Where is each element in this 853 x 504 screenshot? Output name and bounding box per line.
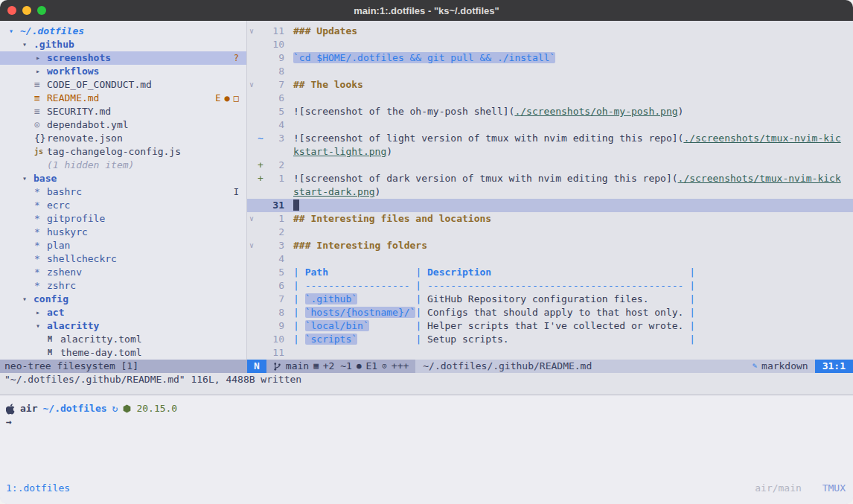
tree-item-workflows[interactable]: ▸workflows	[0, 65, 246, 78]
tree-item-huskyrc[interactable]: *huskyrc	[0, 226, 246, 239]
editor-line-13[interactable]: 31	[247, 199, 853, 212]
apple-icon	[6, 403, 15, 415]
node-hexagon-icon	[123, 404, 131, 413]
fold-column	[247, 293, 256, 306]
fold-arrow-icon[interactable]: ∨	[247, 212, 256, 226]
editor-line-9[interactable]: kstart-light.png)	[247, 145, 853, 159]
tmux-window-label[interactable]: 1:.dotfiles	[6, 482, 70, 495]
close-button[interactable]	[7, 6, 16, 15]
editor-line-23[interactable]: 10| `scripts` | Setup scripts. |	[247, 333, 853, 346]
line-text	[284, 118, 293, 132]
fold-arrow-icon[interactable]: ∨	[247, 25, 256, 38]
tree-item-label: gitprofile	[47, 212, 105, 226]
editor-line-24[interactable]: 11	[247, 346, 853, 360]
tree-item-base[interactable]: ▾base	[0, 172, 246, 185]
fold-arrow-icon[interactable]: ∨	[247, 78, 256, 92]
editor-line-14[interactable]: ∨ 1## Interesting files and locations	[247, 212, 853, 226]
lsp-icon: ⊙	[382, 360, 387, 373]
shell-pane[interactable]: air ~/.dotfiles ↻ 20.15.0 → 1:.dotfiles …	[0, 395, 853, 504]
tree-item-label: config	[33, 293, 68, 306]
syntax-segment: |	[689, 320, 695, 331]
tree-item-screenshots[interactable]: ▸screenshots?	[0, 51, 246, 65]
editor-line-5[interactable]: 6	[247, 92, 853, 105]
tree-item-security-md[interactable]: ≡SECURITY.md	[0, 105, 246, 118]
shell-input-line[interactable]: →	[0, 415, 853, 429]
sign-column	[256, 239, 265, 252]
tree-item-bashrc[interactable]: *bashrcI	[0, 185, 246, 199]
tree-item-tag-changelog-config-js[interactable]: jstag-changelog-config.js	[0, 145, 246, 159]
tree-item-gitprofile[interactable]: *gitprofile	[0, 212, 246, 226]
editor-line-15[interactable]: 2	[247, 226, 853, 239]
editor-line-8[interactable]: ~3![screenshot of light version of tmux …	[247, 132, 853, 145]
syntax-segment: ## The looks	[293, 79, 363, 90]
tree-item-plan[interactable]: *plan	[0, 239, 246, 252]
chevron-right-icon[interactable]: ▸	[34, 51, 47, 65]
minimize-button[interactable]	[22, 6, 31, 15]
fold-column	[247, 333, 256, 346]
tree-item-dependabot-yml[interactable]: ⊙dependabot.yml	[0, 118, 246, 132]
line-text	[284, 252, 293, 266]
chevron-down-icon[interactable]: ▾	[21, 38, 33, 51]
editor-line-22[interactable]: 9| `local/bin` | Helper scripts that I'v…	[247, 319, 853, 333]
editor-line-18[interactable]: 5| Path | Description |	[247, 266, 853, 279]
tree-item-label: shellcheckrc	[47, 252, 117, 266]
chevron-down-icon[interactable]: ▾	[7, 25, 20, 38]
chevron-down-icon[interactable]: ▾	[34, 319, 47, 333]
tree-item-renovate-json[interactable]: {}renovate.json	[0, 132, 246, 145]
shell-prompt: air ~/.dotfiles ↻ 20.15.0	[0, 402, 853, 415]
tmux-right-status: air/main TMUX	[755, 482, 846, 495]
chevron-right-icon[interactable]: ▸	[34, 65, 47, 78]
neotree-panel[interactable]: ▾~/.dotfiles▾.github▸screenshots?▸workfl…	[0, 21, 247, 360]
chevron-down-icon[interactable]: ▾	[21, 293, 33, 306]
editor-line-3[interactable]: 8	[247, 65, 853, 78]
chevron-down-icon[interactable]: ▾	[21, 172, 33, 185]
tree-item-zshenv[interactable]: *zshenv	[0, 266, 246, 279]
tree-item-code-of-conduct-md[interactable]: ≡CODE_OF_CONDUCT.md	[0, 78, 246, 92]
tree-item-github[interactable]: ▾.github	[0, 38, 246, 51]
editor-line-1[interactable]: 10	[247, 38, 853, 51]
tree-item-dotfiles[interactable]: ▾~/.dotfiles	[0, 25, 246, 38]
editor-line-20[interactable]: 7| `.github` | GitHub Repository configu…	[247, 293, 853, 306]
diagnostics-count: E1	[366, 360, 378, 373]
tree-item-alacritty[interactable]: ▾alacritty	[0, 319, 246, 333]
syntax-segment: `cd $HOME/.dotfiles && git pull && ./ins…	[293, 52, 555, 63]
status-badge: □	[234, 92, 239, 105]
tree-item-act[interactable]: ▸act	[0, 306, 246, 319]
tree-item-shellcheckrc[interactable]: *shellcheckrc	[0, 252, 246, 266]
titlebar[interactable]: main:1:.dotfiles - "ks~/.dotfiles"	[0, 0, 853, 21]
editor-line-7[interactable]: 4	[247, 118, 853, 132]
syntax-segment: )	[375, 186, 381, 197]
tree-item-label: renovate.json	[47, 132, 123, 145]
editor-line-6[interactable]: 5![screenshot of the oh-my-posh shell](.…	[247, 105, 853, 118]
syntax-segment: )	[386, 146, 392, 157]
sign-column	[256, 212, 265, 226]
zoom-button[interactable]	[37, 6, 46, 15]
editor-line-0[interactable]: ∨ 11### Updates	[247, 25, 853, 38]
editor-line-12[interactable]: start-dark.png)	[247, 185, 853, 199]
traffic-lights	[7, 6, 46, 15]
editor-line-21[interactable]: 8| `hosts/{hostname}/`| Configs that sho…	[247, 306, 853, 319]
tree-item-config[interactable]: ▾config	[0, 293, 246, 306]
editor-line-16[interactable]: ∨ 3### Interesting folders	[247, 239, 853, 252]
editor-line-11[interactable]: +1![screenshot of dark version of tmux w…	[247, 172, 853, 185]
editor-line-2[interactable]: 9`cd $HOME/.dotfiles && git pull && ./in…	[247, 51, 853, 65]
editor-line-19[interactable]: 6| ------------------ | ----------------…	[247, 279, 853, 293]
tree-item-label: act	[47, 306, 64, 319]
fold-arrow-icon[interactable]: ∨	[247, 239, 256, 252]
editor-line-4[interactable]: ∨ 7## The looks	[247, 78, 853, 92]
tree-item-ecrc[interactable]: *ecrc	[0, 199, 246, 212]
editor-line-10[interactable]: +2	[247, 159, 853, 172]
line-number: 9	[265, 51, 284, 65]
tmux-mode-label: TMUX	[822, 482, 846, 495]
editor-buffer[interactable]: ∨ 11### Updates 10 9`cd $HOME/.dotfiles …	[247, 21, 853, 360]
tree-item-1-hidden-item[interactable]: (1 hidden item)	[0, 159, 246, 172]
chevron-right-icon[interactable]: ▸	[34, 306, 47, 319]
fold-column	[247, 185, 256, 199]
syntax-segment: ./screenshots/tmux-nvim-kick	[678, 173, 841, 184]
tree-item-zshrc[interactable]: *zshrc	[0, 279, 246, 293]
syntax-segment: |	[293, 293, 305, 304]
editor-line-17[interactable]: 4	[247, 252, 853, 266]
tree-item-alacritty-toml[interactable]: Malacritty.toml	[0, 333, 246, 346]
tree-item-theme-day-toml[interactable]: Mtheme-day.toml	[0, 346, 246, 360]
tree-item-readme-md[interactable]: ≡README.mdE●□	[0, 92, 246, 105]
